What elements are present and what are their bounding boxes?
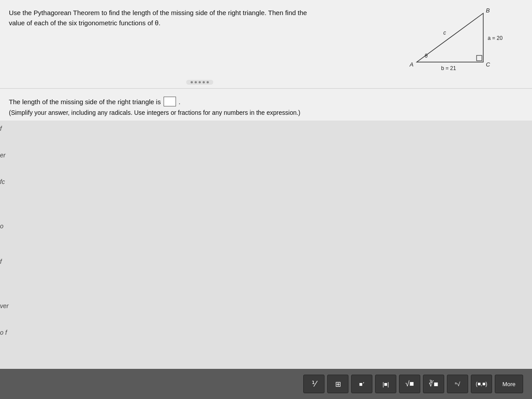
answer-line: The length of the missing side of the ri… <box>9 97 523 106</box>
simplify-note: (Simplify your answer, including any rad… <box>9 109 523 116</box>
left-partial-pf: o f <box>0 329 7 336</box>
superscript-button[interactable]: ■ʼ <box>351 375 372 393</box>
answer-area: The length of the missing side of the ri… <box>0 89 532 121</box>
theta-label: θ <box>425 53 428 59</box>
svg-rect-1 <box>477 55 482 61</box>
side-b-label: b = 21 <box>441 65 456 71</box>
left-partial-er: er <box>0 152 5 159</box>
interval-button[interactable]: (■,■) <box>471 375 492 393</box>
fraction-button[interactable]: ⅟ <box>303 375 325 393</box>
vertex-b-label: B <box>486 7 490 14</box>
cbrt-icon: ∛■ <box>429 379 438 389</box>
dot2 <box>195 81 197 83</box>
matrix-icon: ⊞ <box>335 380 341 388</box>
period: . <box>179 98 180 106</box>
matrix-button[interactable]: ⊞ <box>327 375 348 393</box>
dot4 <box>203 81 205 83</box>
left-partial-fc: fc <box>0 178 5 185</box>
triangle-diagram: A B C a = 20 b = 21 c θ <box>403 4 505 75</box>
abs-button[interactable]: |■| <box>375 375 396 393</box>
toolbar: ⅟ ⊞ ■ʼ |■| √■ ∛■ ⁿ√ (■,■) More <box>0 369 532 399</box>
vertex-c-label: C <box>486 61 490 68</box>
side-a-label: a = 20 <box>488 35 503 41</box>
sqrt-button[interactable]: √■ <box>399 375 420 393</box>
question-area: Use the Pythagorean Theorem to find the … <box>0 0 532 89</box>
left-partial-o: o <box>0 223 4 230</box>
answer-prompt: The length of the missing side of the ri… <box>9 98 161 106</box>
more-label: More <box>502 381 516 387</box>
question-title: Use the Pythagorean Theorem to find the … <box>9 9 307 27</box>
vertex-a-label: A <box>409 61 414 68</box>
side-c-label: c <box>443 30 446 36</box>
superscript-icon: ■ʼ <box>359 381 364 387</box>
answer-input-box[interactable] <box>164 97 176 106</box>
left-partial-f: f <box>0 125 2 132</box>
left-partial-ver: ver <box>0 302 8 309</box>
left-partial-fo: f <box>0 258 2 265</box>
nthroot-icon: ⁿ√ <box>455 381 460 387</box>
dots-expander[interactable] <box>186 80 213 85</box>
fraction-icon: ⅟ <box>312 379 316 389</box>
dot5 <box>207 81 209 83</box>
sqrt-icon: √■ <box>405 379 414 388</box>
body-area: f er fc o f ver o f <box>0 121 532 399</box>
triangle-svg: A B C a = 20 b = 21 c θ <box>403 4 505 75</box>
more-button[interactable]: More <box>495 375 523 393</box>
dot1 <box>191 81 193 83</box>
question-text: Use the Pythagorean Theorem to find the … <box>9 8 310 28</box>
dot3 <box>199 81 201 83</box>
interval-icon: (■,■) <box>476 381 487 387</box>
main-content: Use the Pythagorean Theorem to find the … <box>0 0 532 399</box>
nthroot-button[interactable]: ⁿ√ <box>447 375 468 393</box>
cbrt-button[interactable]: ∛■ <box>423 375 444 393</box>
abs-icon: |■| <box>383 381 389 387</box>
